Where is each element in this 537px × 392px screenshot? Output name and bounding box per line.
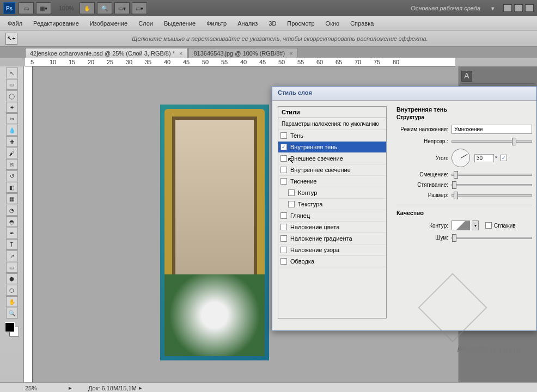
- history-brush-tool[interactable]: ↺: [6, 170, 18, 181]
- heal-tool[interactable]: ✚: [6, 136, 18, 147]
- lasso-tool[interactable]: ◯: [6, 90, 18, 101]
- 3d-tool[interactable]: ⬢: [6, 273, 18, 284]
- effect-color-overlay[interactable]: Наложение цвета: [278, 222, 386, 233]
- checkbox[interactable]: [280, 247, 287, 253]
- checkbox[interactable]: [288, 201, 295, 207]
- 3d-cam-tool[interactable]: ⬡: [6, 285, 18, 296]
- hand-tool[interactable]: ✋: [6, 296, 18, 307]
- fg-color[interactable]: [5, 322, 15, 332]
- distance-slider[interactable]: [451, 174, 532, 176]
- doc-tab-1-label: 42jenskoe ocharovanie.psd @ 25% (Слой 3,…: [30, 50, 175, 57]
- styles-header[interactable]: Стили: [278, 107, 386, 118]
- effect-drop-shadow[interactable]: Тень: [278, 130, 386, 142]
- titlebar-btn-1[interactable]: ▭: [19, 2, 34, 14]
- effect-satin[interactable]: Глянец: [278, 210, 386, 222]
- effect-pattern-overlay[interactable]: Наложение узора: [278, 244, 386, 256]
- shape-tool[interactable]: ▭: [6, 262, 18, 273]
- close-icon[interactable]: ×: [289, 50, 292, 57]
- menu-analysis[interactable]: Анализ: [232, 18, 263, 29]
- eraser-tool[interactable]: ◧: [6, 182, 18, 193]
- move-tool[interactable]: ↖: [6, 68, 18, 78]
- noise-slider[interactable]: [451, 237, 532, 239]
- effect-inner-glow[interactable]: Внутреннее свечение: [278, 164, 386, 176]
- character-panel[interactable]: A: [461, 69, 535, 84]
- menu-view[interactable]: Просмотр: [282, 18, 320, 29]
- effect-stroke[interactable]: Обводка: [278, 256, 386, 267]
- checkbox[interactable]: [280, 132, 287, 139]
- menu-edit[interactable]: Редактирование: [28, 18, 84, 29]
- opacity-slider[interactable]: [451, 140, 532, 143]
- size-slider[interactable]: [451, 194, 532, 197]
- effect-contour[interactable]: Контур: [278, 187, 386, 199]
- pen-tool[interactable]: ✒: [6, 228, 18, 238]
- character-icon: A: [461, 71, 472, 82]
- menu-filter[interactable]: Фильтр: [201, 18, 232, 29]
- status-doc-info: Док: 6,18M/15,1M: [88, 385, 137, 391]
- checkbox[interactable]: ✓: [280, 144, 287, 150]
- menu-layer[interactable]: Слои: [133, 18, 158, 29]
- effect-texture[interactable]: Текстура: [278, 199, 386, 210]
- titlebar-btn-2[interactable]: ▦▾: [36, 2, 51, 14]
- menu-image[interactable]: Изображение: [84, 18, 133, 29]
- checkbox[interactable]: [280, 235, 287, 242]
- zoom-tool[interactable]: 🔍: [6, 308, 18, 318]
- angle-label: Угол:: [396, 155, 448, 161]
- quality-label: Качество: [396, 210, 532, 216]
- blend-mode-dropdown[interactable]: Умножение: [451, 125, 532, 134]
- close-button[interactable]: [525, 4, 534, 12]
- effect-gradient-overlay[interactable]: Наложение градиента: [278, 233, 386, 244]
- choke-slider[interactable]: [451, 184, 532, 186]
- menu-file[interactable]: Файл: [2, 18, 28, 29]
- document-image[interactable]: [160, 105, 269, 360]
- color-swatch[interactable]: [5, 322, 19, 336]
- workspace-selector[interactable]: Основная рабочая среда: [411, 5, 480, 11]
- minimize-button[interactable]: [503, 4, 512, 12]
- wand-tool[interactable]: ✦: [6, 102, 18, 113]
- menu-window[interactable]: Окно: [320, 18, 345, 29]
- blending-options[interactable]: Параметры наложения: по умолчанию: [278, 118, 386, 130]
- doc-tab-1[interactable]: 42jenskoe ocharovanie.psd @ 25% (Слой 3,…: [25, 48, 187, 58]
- anti-alias-checkbox[interactable]: [485, 222, 492, 229]
- horizontal-ruler: 51015 202530 354045 505540 455055 606570…: [25, 58, 455, 66]
- checkbox[interactable]: [280, 258, 287, 265]
- eyedropper-tool[interactable]: 💧: [6, 125, 18, 136]
- move-tool-icon[interactable]: ↖+: [5, 33, 17, 45]
- crop-tool[interactable]: ✂: [6, 113, 18, 124]
- menu-3d[interactable]: 3D: [263, 18, 282, 29]
- menu-help[interactable]: Справка: [345, 18, 379, 29]
- hand-tool-icon[interactable]: ✋: [80, 2, 95, 14]
- status-bar: 25% ▸ Док: 6,18M/15,1M ▸: [0, 382, 537, 392]
- doc-tab-2[interactable]: 813646543.jpg @ 100% (RGB/8#) ×: [188, 48, 297, 58]
- close-icon[interactable]: ×: [179, 50, 182, 57]
- effect-outer-glow[interactable]: Внешнее свечение: [278, 153, 386, 164]
- dodge-tool[interactable]: ◓: [6, 216, 18, 227]
- contour-dropdown-icon[interactable]: ▾: [472, 220, 479, 230]
- maximize-button[interactable]: [514, 4, 523, 12]
- checkbox[interactable]: [280, 167, 287, 173]
- effect-bevel[interactable]: Тиснение: [278, 176, 386, 187]
- status-zoom[interactable]: 25%: [25, 385, 69, 391]
- workspace-dropdown-icon[interactable]: ▾: [491, 5, 495, 12]
- arrange-icon[interactable]: ▭▾: [132, 2, 147, 14]
- zoom-tool-icon[interactable]: 🔍: [97, 2, 112, 14]
- checkbox[interactable]: [280, 224, 287, 230]
- global-light-checkbox[interactable]: ✓: [501, 155, 507, 161]
- checkbox[interactable]: [280, 212, 287, 219]
- checkbox[interactable]: [280, 155, 287, 162]
- menu-select[interactable]: Выделение: [158, 18, 201, 29]
- contour-swatch[interactable]: [451, 220, 470, 230]
- stamp-tool[interactable]: ⎘: [6, 159, 18, 170]
- gradient-tool[interactable]: ▦: [6, 193, 18, 204]
- brush-tool[interactable]: 🖌: [6, 148, 18, 158]
- opacity-label: Непрозр.:: [396, 138, 448, 144]
- angle-dial[interactable]: [451, 149, 470, 167]
- effect-inner-shadow[interactable]: ✓Внутренняя тень: [278, 142, 386, 153]
- type-tool[interactable]: T: [6, 239, 18, 250]
- checkbox[interactable]: [280, 178, 287, 185]
- path-tool[interactable]: ↗: [6, 250, 18, 261]
- blur-tool[interactable]: ◔: [6, 205, 18, 216]
- screen-mode-icon[interactable]: ▭▾: [114, 2, 130, 14]
- checkbox[interactable]: [288, 189, 295, 196]
- marquee-tool[interactable]: ▭: [6, 79, 18, 90]
- angle-input[interactable]: [474, 154, 494, 162]
